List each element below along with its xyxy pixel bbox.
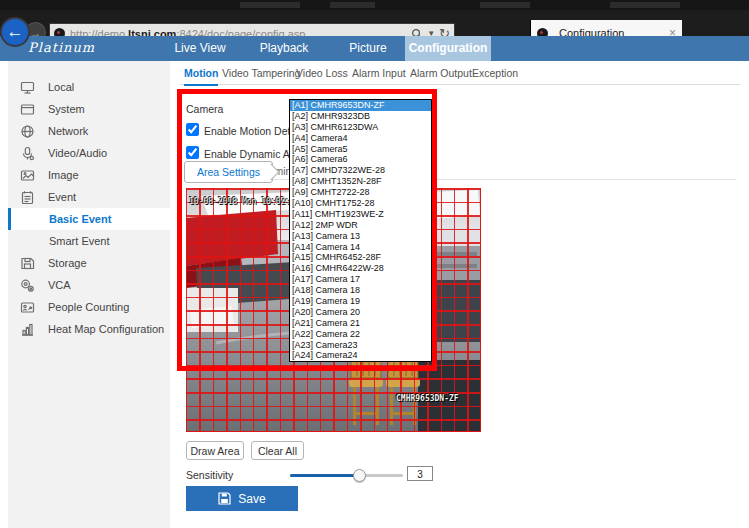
screenshot-root: ← → http://demo.ltsnj.com:8424/doc/page/… xyxy=(0,0,749,528)
camera-option[interactable]: [A13] Camera 13 xyxy=(290,231,431,242)
app-navbar: Platinum Live View Playback Picture Conf… xyxy=(0,36,749,61)
window-icon xyxy=(20,102,35,117)
sidebar-item-basic-event[interactable]: Basic Event xyxy=(8,208,170,230)
enable-motion-checkbox[interactable] xyxy=(186,123,199,136)
people-counting-icon xyxy=(20,300,35,315)
camera-option[interactable]: [A20] Camera 20 xyxy=(290,307,431,318)
background-window xyxy=(480,2,530,8)
camera-option[interactable]: [A4] Camera4 xyxy=(290,133,431,144)
save-floppy-icon xyxy=(218,492,231,505)
camera-option[interactable]: [A5] Camera5 xyxy=(290,144,431,155)
brand-logo: Platinum xyxy=(28,40,95,55)
camera-option[interactable]: [A18] Camera 18 xyxy=(290,285,431,296)
clear-all-button[interactable]: Clear All xyxy=(251,441,304,460)
tab-motion[interactable]: Motion xyxy=(184,67,218,86)
sidebar-item-storage[interactable]: Storage xyxy=(8,252,170,274)
camera-select-dropdown[interactable]: [A1] CMHR9653DN-ZF[A2] CMHR9323DB[A3] CM… xyxy=(289,99,432,362)
sidebar-item-people-counting[interactable]: People Counting xyxy=(8,296,170,318)
camera-option[interactable]: [A19] Camera 19 xyxy=(290,296,431,307)
nav-picture[interactable]: Picture xyxy=(336,36,400,61)
background-window xyxy=(240,2,300,8)
tab-video-loss[interactable]: Video Loss xyxy=(296,67,348,79)
nav-configuration[interactable]: Configuration xyxy=(405,36,491,61)
camera-option[interactable]: [A7] CMHD7322WE-28 xyxy=(290,165,431,176)
camera-option[interactable]: [A12] 2MP WDR xyxy=(290,220,431,231)
storage-icon xyxy=(20,256,35,271)
back-icon: ← xyxy=(7,22,24,42)
microphone-icon xyxy=(20,146,35,161)
sidebar-item-vca[interactable]: VCA xyxy=(8,274,170,296)
sidebar-item-heat-map[interactable]: Heat Map Configuration xyxy=(8,318,170,340)
camera-option[interactable]: [A6] Camera6 xyxy=(290,154,431,165)
browser-toolbar: ← → http://demo.ltsnj.com:8424/doc/page/… xyxy=(0,10,749,36)
tab-alarm-output[interactable]: Alarm Output xyxy=(410,67,472,79)
camera-option[interactable]: [A8] CMHT1352N-28F xyxy=(290,176,431,187)
sidebar-item-network[interactable]: Network xyxy=(8,120,170,142)
camera-label: Camera xyxy=(186,103,223,115)
camera-option[interactable]: [A2] CMHR9323DB xyxy=(290,111,431,122)
camera-option[interactable]: [A3] CMHR6123DWA xyxy=(290,122,431,133)
camera-option[interactable]: [A24] Camera24 xyxy=(290,350,431,361)
sensitivity-value: 3 xyxy=(407,466,433,481)
event-icon xyxy=(20,190,35,205)
sidebar: Local System Network Video/Audio Image E… xyxy=(8,61,170,528)
sensitivity-slider-thumb[interactable] xyxy=(353,469,366,482)
nav-live-view[interactable]: Live View xyxy=(160,36,240,61)
sensitivity-slider[interactable] xyxy=(290,474,403,477)
enable-dynamic-checkbox[interactable] xyxy=(186,146,199,159)
background-window xyxy=(330,2,375,8)
sidebar-item-smart-event[interactable]: Smart Event xyxy=(8,230,170,252)
save-button[interactable]: Save xyxy=(186,486,298,511)
tab-video-tampering[interactable]: Video Tampering xyxy=(222,67,300,79)
sidebar-item-event[interactable]: Event xyxy=(8,186,170,208)
camera-option[interactable]: [A23] Camera23 xyxy=(290,340,431,351)
camera-option[interactable]: [A10] CMHT1752-28 xyxy=(290,198,431,209)
sidebar-item-video-audio[interactable]: Video/Audio xyxy=(8,142,170,164)
camera-option[interactable]: [A21] Camera 21 xyxy=(290,318,431,329)
draw-area-button[interactable]: Draw Area xyxy=(186,441,244,460)
background-window xyxy=(610,2,680,8)
monitor-icon xyxy=(20,80,35,95)
tab-alarm-input[interactable]: Alarm Input xyxy=(352,67,406,79)
camera-option[interactable]: [A9] CMHT2722-28 xyxy=(290,187,431,198)
camera-option[interactable]: [A14] Camera 14 xyxy=(290,242,431,253)
window-titlebar xyxy=(0,0,749,10)
heatmap-icon xyxy=(20,322,35,337)
slider-fill xyxy=(290,474,359,477)
tab-area-settings[interactable]: Area Settings xyxy=(184,161,273,183)
camera-option[interactable]: [A1] CMHR9653DN-ZF xyxy=(290,100,431,111)
sensitivity-label: Sensitivity xyxy=(186,469,233,481)
tab-exception[interactable]: Exception xyxy=(472,67,518,79)
back-button[interactable]: ← xyxy=(2,19,28,45)
camera-option[interactable]: [A22] Camera 22 xyxy=(290,329,431,340)
image-icon xyxy=(20,168,35,183)
globe-icon xyxy=(20,124,35,139)
sidebar-item-local[interactable]: Local xyxy=(8,76,170,98)
camera-option[interactable]: [A15] CMHR6452-28F xyxy=(290,252,431,263)
tab-divider xyxy=(180,84,740,85)
camera-option[interactable]: [A11] CMHT1923WE-Z xyxy=(290,209,431,220)
sidebar-item-system[interactable]: System xyxy=(8,98,170,120)
nav-playback[interactable]: Playback xyxy=(248,36,320,61)
vca-icon xyxy=(20,278,35,293)
camera-option[interactable]: [A16] CMHR6422W-28 xyxy=(290,263,431,274)
camera-name-overlay: CMHR9653DN-ZF xyxy=(396,394,459,403)
camera-option[interactable]: [A17] Camera 17 xyxy=(290,274,431,285)
sidebar-item-image[interactable]: Image xyxy=(8,164,170,186)
